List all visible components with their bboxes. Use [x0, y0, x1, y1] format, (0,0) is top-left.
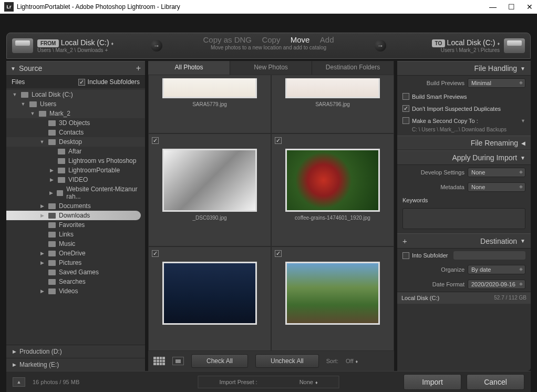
thumbnail-cell[interactable]: SARA5796.jpg — [271, 75, 394, 133]
hard-drive-icon — [12, 38, 33, 53]
thumbnail-cell[interactable]: _DSC0390.jpg — [148, 133, 271, 247]
thumbnail-cell[interactable] — [148, 246, 271, 351]
build-smart-previews-checkbox[interactable] — [402, 93, 409, 100]
tree-item[interactable]: 3D Objects — [6, 118, 145, 128]
file-renaming-header[interactable]: File Renaming◀ — [397, 136, 531, 150]
date-format-select[interactable]: 2020/2020-09-16 — [468, 280, 525, 289]
chevron-right-icon: ▶ — [39, 260, 45, 265]
tree-item-label: Website Content-Mizanur rah... — [66, 185, 141, 200]
metadata-select[interactable]: None — [468, 182, 525, 192]
tree-item[interactable]: ▶OneDrive — [6, 249, 145, 258]
import-button[interactable]: Import — [404, 374, 461, 390]
uncheck-all-button[interactable]: Uncheck All — [255, 354, 319, 368]
thumbnail-checkbox[interactable] — [275, 250, 282, 257]
tab-new-photos[interactable]: New Photos — [230, 61, 312, 75]
thumbnail-image[interactable] — [162, 78, 257, 98]
grid-view-icon[interactable] — [153, 357, 165, 365]
thumbnail-checkbox[interactable] — [275, 137, 282, 144]
tree-item[interactable]: ▶Pictures — [6, 258, 145, 267]
organize-select[interactable]: By date — [468, 265, 525, 274]
folder-icon — [48, 203, 56, 209]
chevron-right-icon: ▶ — [39, 213, 45, 218]
tree-item[interactable]: ▼Users — [6, 99, 145, 109]
tree-item[interactable]: ▼Local Disk (C:) — [6, 90, 145, 99]
second-copy-checkbox[interactable] — [402, 117, 409, 124]
tree-item[interactable]: ▶Downloads — [6, 211, 141, 220]
close-button[interactable]: ✕ — [526, 3, 533, 11]
tree-item[interactable]: Lightroom vs Photoshop — [6, 156, 145, 166]
thumbnail-checkbox[interactable] — [152, 137, 159, 144]
add-source-icon[interactable]: + — [136, 64, 141, 73]
maximize-button[interactable]: ☐ — [508, 3, 515, 11]
tree-item[interactable]: Aftar — [6, 147, 145, 156]
tree-item[interactable]: Links — [6, 230, 145, 239]
tree-item[interactable]: Contacts — [6, 128, 145, 137]
into-subfolder-label: Into Subfolder — [412, 252, 448, 259]
tree-item[interactable]: ▼Mark_2 — [6, 109, 145, 118]
thumbnail-image[interactable] — [162, 149, 257, 212]
tree-item[interactable]: Favorites — [6, 220, 145, 230]
import-preset-bar[interactable]: Import Preset : None — [198, 376, 339, 388]
arrow-right-icon[interactable]: → — [151, 40, 162, 51]
tab-all-photos[interactable]: All Photos — [148, 61, 230, 75]
tree-item[interactable]: Music — [6, 239, 145, 249]
add-destination-icon[interactable]: + — [402, 236, 407, 245]
source-panel-header[interactable]: ▼ Source + — [6, 61, 145, 76]
apply-during-import-header[interactable]: Apply During Import▼ — [397, 150, 531, 165]
arrow-right-icon[interactable]: → — [375, 40, 386, 51]
dont-import-duplicates-checkbox[interactable] — [402, 105, 409, 112]
tree-item[interactable]: ▶LightroomPortable — [6, 166, 145, 175]
action-copy-dng[interactable]: Copy as DNG — [203, 35, 252, 44]
collapse-panel-button[interactable]: ▲ — [13, 377, 25, 387]
cancel-button[interactable]: Cancel — [467, 374, 524, 390]
keywords-input[interactable] — [402, 208, 525, 229]
loupe-view-icon[interactable] — [172, 357, 184, 365]
thumbnail-grid[interactable]: SARA5779.jpgSARA5796.jpg_DSC0390.jpgcoff… — [148, 75, 394, 351]
action-copy[interactable]: Copy — [262, 35, 280, 44]
file-handling-header[interactable]: File Handling▼ — [397, 61, 531, 76]
subfolder-name-input[interactable] — [453, 251, 526, 260]
thumbnail-image[interactable] — [162, 262, 257, 325]
folder-icon — [57, 190, 63, 196]
tree-item[interactable]: Searches — [6, 277, 145, 286]
check-all-button[interactable]: Check All — [191, 354, 248, 368]
tree-item[interactable]: ▶Website Content-Mizanur rah... — [6, 184, 145, 201]
tree-item[interactable]: ▶Videos — [6, 286, 145, 296]
tab-destination-folders[interactable]: Destination Folders — [312, 61, 394, 75]
source-disk-picker[interactable]: Local Disk (C:) — [61, 38, 113, 47]
destination-disk-picker[interactable]: Local Disk (C:) — [447, 38, 500, 47]
thumbnail-image[interactable] — [285, 149, 380, 212]
minimize-button[interactable]: — — [489, 3, 497, 11]
include-subfolders-checkbox[interactable] — [78, 79, 85, 86]
source-path[interactable]: Users \ Mark_2 \ Downloads + — [37, 47, 113, 53]
tree-item[interactable]: Saved Games — [6, 267, 145, 277]
folder-icon — [58, 177, 65, 183]
tree-item[interactable]: ▶VIDEO — [6, 175, 145, 184]
destination-disk-row[interactable]: Local Disk (C:) 52.7 / 112 GB — [397, 292, 531, 304]
folder-icon — [29, 101, 37, 107]
thumbnail-filename: SARA5779.jpg — [192, 101, 227, 107]
action-add[interactable]: Add — [320, 35, 334, 44]
thumbnail-cell[interactable]: coffee-grains-1474601_1920.jpg — [271, 133, 394, 247]
thumbnail-image[interactable] — [285, 78, 380, 98]
sort-picker[interactable]: Off — [346, 358, 358, 364]
files-label: Files — [12, 78, 25, 86]
into-subfolder-checkbox[interactable] — [402, 252, 409, 259]
destination-header[interactable]: + Destination▼ — [397, 233, 531, 249]
build-previews-select[interactable]: Minimal — [468, 78, 525, 88]
develop-settings-select[interactable]: None — [468, 168, 525, 177]
marketing-drive[interactable]: ▶Marketing (E:) — [6, 358, 145, 371]
thumbnail-filename: _DSC0390.jpg — [192, 215, 226, 221]
action-move[interactable]: Move — [291, 35, 310, 44]
thumbnail-cell[interactable]: SARA5779.jpg — [148, 75, 271, 133]
destination-path[interactable]: Users \ Mark_2 \ Pictures — [432, 47, 500, 53]
thumbnail-cell[interactable] — [271, 246, 394, 351]
tree-item[interactable]: ▼Desktop — [6, 137, 145, 147]
thumbnail-image[interactable] — [285, 262, 380, 325]
tree-item[interactable]: ▶Documents — [6, 201, 145, 211]
build-previews-label: Build Previews — [427, 80, 464, 86]
source-tree[interactable]: ▼Local Disk (C:)▼Users▼Mark_23D ObjectsC… — [6, 88, 145, 345]
thumbnail-checkbox[interactable] — [152, 250, 159, 257]
production-drive[interactable]: ▶Production (D:) — [6, 345, 145, 358]
source-panel: ▼ Source + Files Include Subfolders ▼Loc… — [6, 61, 145, 371]
